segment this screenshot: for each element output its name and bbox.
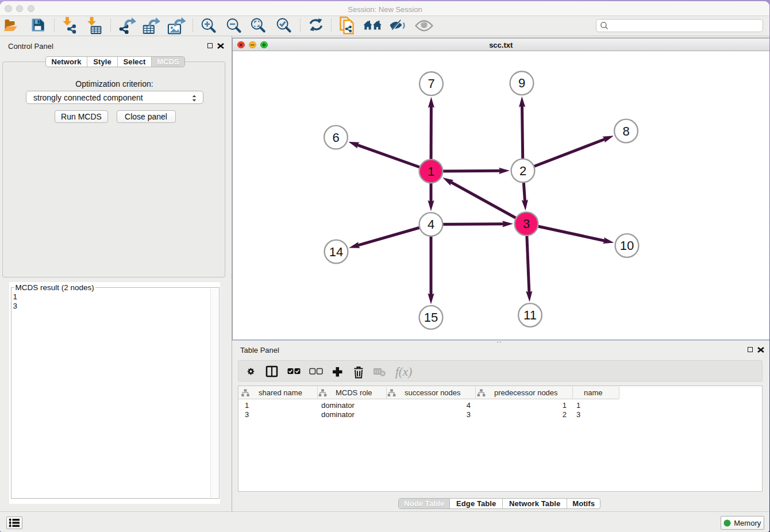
svg-text:11: 11 — [523, 308, 537, 322]
svg-text:8: 8 — [622, 124, 629, 138]
svg-text:14: 14 — [329, 245, 343, 259]
svg-text:10: 10 — [620, 238, 634, 253]
svg-text:7: 7 — [428, 76, 434, 91]
svg-text:2: 2 — [519, 164, 526, 178]
svg-text:4: 4 — [428, 217, 434, 232]
svg-text:9: 9 — [518, 76, 525, 90]
svg-text:1: 1 — [428, 164, 434, 179]
svg-text:3: 3 — [523, 217, 530, 231]
svg-text:15: 15 — [424, 310, 438, 325]
svg-text:6: 6 — [332, 130, 339, 145]
